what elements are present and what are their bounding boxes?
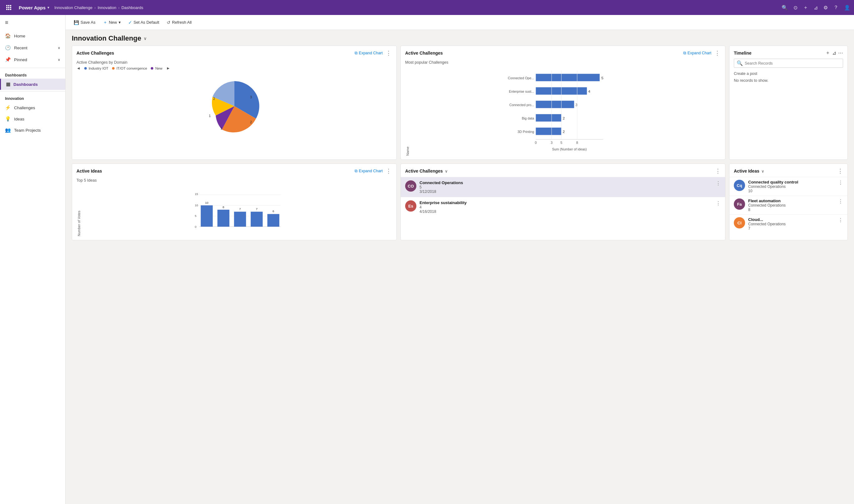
fa-more-button[interactable]: ⋮: [838, 198, 843, 204]
list-item-connected-operations[interactable]: CO Connected Operations 5 3/12/2018 ⋮: [401, 177, 725, 197]
card4-y-axis-label: Number of Votes: [76, 185, 82, 236]
ideas-item-cq[interactable]: Cq Connected quality control Connected O…: [729, 177, 848, 196]
list-item-enterprise-sustainability[interactable]: Es Enterprise sustainability 4 4/16/2018…: [401, 197, 725, 217]
card4-expand-label: Expand Chart: [359, 169, 383, 173]
pie-svg: 3 2 1 1 2: [197, 75, 272, 137]
svg-rect-9: [536, 74, 600, 82]
breadcrumb-page[interactable]: Dashboards: [121, 5, 143, 10]
hamburger-button[interactable]: ≡: [0, 16, 65, 29]
es-more-button[interactable]: ⋮: [716, 200, 721, 206]
timeline-add-button[interactable]: ＋: [825, 50, 830, 56]
co-more-button[interactable]: ⋮: [716, 180, 721, 186]
breadcrumb-app[interactable]: Innovation Challenge: [54, 5, 92, 10]
svg-text:3D Printing: 3D Printing: [517, 130, 534, 133]
cl-more-button[interactable]: ⋮: [838, 217, 843, 223]
card2-expand-button[interactable]: ⧉ Expand Chart: [683, 51, 711, 56]
active-challenges-bar-card: Active Challenges ⧉ Expand Chart ⋮ Most …: [401, 46, 725, 160]
active-challenges-pie-card: Active Challenges ⧉ Expand Chart ⋮ Activ…: [72, 46, 397, 160]
card2-chart-area: Name 5 4 3: [405, 67, 721, 156]
card2-expand-chart-icon: ⧉: [683, 51, 686, 56]
card1-more-button[interactable]: ⋮: [385, 50, 392, 56]
svg-text:2: 2: [563, 129, 565, 134]
card2-y-axis-label: Name: [405, 67, 410, 156]
svg-text:0: 0: [195, 225, 196, 229]
new-button[interactable]: ＋ New ▾: [100, 18, 124, 27]
ideas-item-fa[interactable]: Fa Fleet automation Connected Operations…: [729, 196, 848, 214]
card4-more-button[interactable]: ⋮: [385, 167, 392, 175]
filter-icon[interactable]: ⊿: [814, 5, 818, 11]
dashboard-caret[interactable]: ∨: [144, 36, 147, 41]
pie-label-1b: 1: [209, 114, 211, 118]
timeline-header: Timeline ＋ ⊿ ⋯: [729, 46, 848, 59]
cl-title: Cloud...: [748, 217, 835, 222]
svg-rect-3: [6, 7, 7, 8]
save-as-button[interactable]: 💾 Save As: [71, 18, 99, 26]
sidebar-item-challenges[interactable]: ⚡ Challenges: [0, 102, 65, 113]
new-caret-icon[interactable]: ▾: [119, 20, 121, 25]
legend-prev[interactable]: ◄: [76, 66, 81, 71]
pinned-icon: 📌: [5, 57, 11, 62]
home-icon: 🏠: [5, 33, 11, 39]
pie-label-1a: 1: [220, 126, 222, 130]
ideas-item-cl[interactable]: Cl Cloud... Connected Operations 7 ⋮: [729, 214, 848, 233]
sidebar-item-dashboards[interactable]: ▦ Dashboards: [0, 79, 65, 90]
card4-expand-chart-icon: ⧉: [355, 169, 357, 174]
user-icon[interactable]: 👤: [844, 5, 850, 11]
timeline-filter-button[interactable]: ⊿: [832, 50, 836, 56]
timeline-more-button[interactable]: ⋯: [838, 50, 843, 56]
brand-caret[interactable]: ▾: [48, 6, 49, 10]
timeline-search: 🔍: [734, 59, 843, 68]
dashboards-icon: ▦: [6, 82, 10, 87]
breadcrumb-section[interactable]: Innovation: [98, 5, 117, 10]
app-brand[interactable]: Power Apps ▾: [19, 5, 49, 10]
help-icon[interactable]: ？: [833, 4, 838, 11]
sidebar-item-pinned[interactable]: 📌 Pinned ∨: [0, 54, 65, 65]
gear-icon[interactable]: ⚙: [823, 5, 828, 11]
timeline-no-records: No records to show.: [729, 77, 848, 84]
svg-rect-5: [10, 7, 11, 8]
sidebar-item-recent[interactable]: 🕐 Recent ∨: [0, 42, 65, 53]
app-name: Power Apps: [19, 5, 46, 10]
card4-expand-button[interactable]: ⧉ Expand Chart: [355, 169, 383, 174]
card2-more-button[interactable]: ⋮: [714, 50, 721, 56]
legend-next[interactable]: ►: [166, 66, 170, 71]
set-default-button[interactable]: ✓ Set As Default: [125, 18, 162, 26]
main-content: 💾 Save As ＋ New ▾ ✓ Set As Default ↺ Ref…: [66, 15, 854, 504]
svg-text:Connected Ope...: Connected Ope...: [508, 76, 534, 80]
legend-new: New: [151, 67, 162, 70]
refresh-icon: ↺: [167, 20, 171, 25]
cq-more-button[interactable]: ⋮: [838, 180, 843, 186]
refresh-button[interactable]: ↺ Refresh All: [163, 18, 195, 26]
card1-expand-button[interactable]: ⧉ Expand Chart: [355, 51, 383, 56]
svg-rect-4: [8, 7, 10, 8]
search-icon[interactable]: 🔍: [782, 5, 788, 11]
svg-text:5: 5: [195, 214, 196, 217]
svg-text:7: 7: [256, 207, 257, 211]
card6-more-button[interactable]: ⋮: [837, 167, 843, 175]
card5-more-button[interactable]: ⋮: [715, 167, 721, 175]
checkmark-icon: ✓: [128, 20, 132, 25]
card6-caret[interactable]: ∨: [761, 169, 764, 174]
waffle-icon[interactable]: [4, 2, 14, 13]
pinned-caret[interactable]: ∨: [58, 58, 60, 62]
svg-text:3: 3: [575, 103, 578, 107]
y-label-text: Name: [406, 147, 410, 156]
card1-title: Active Challenges: [76, 51, 114, 56]
card5-caret[interactable]: ∨: [445, 169, 448, 174]
sidebar-item-home[interactable]: 🏠 Home: [0, 30, 65, 41]
sidebar-divider1: [0, 68, 65, 68]
card4-chart: 0 5 10 15 10: [83, 185, 392, 236]
svg-text:3: 3: [551, 141, 552, 144]
target-icon[interactable]: ⊙: [794, 5, 798, 11]
sidebar-item-ideas[interactable]: 💡 Ideas: [0, 113, 65, 125]
active-challenges-list-card: Active Challenges ∨ ⋮ CO Connected Opera…: [401, 163, 725, 240]
svg-rect-47: [251, 212, 263, 227]
svg-text:10: 10: [205, 201, 209, 204]
sidebar-divider2: [0, 91, 65, 91]
timeline-search-icon: 🔍: [737, 60, 743, 66]
svg-rect-0: [6, 5, 7, 6]
recent-caret[interactable]: ∨: [58, 46, 60, 50]
plus-icon[interactable]: ＋: [803, 4, 808, 11]
timeline-search-input[interactable]: [745, 61, 840, 66]
sidebar-item-team-projects[interactable]: 👥 Team Projects: [0, 125, 65, 136]
